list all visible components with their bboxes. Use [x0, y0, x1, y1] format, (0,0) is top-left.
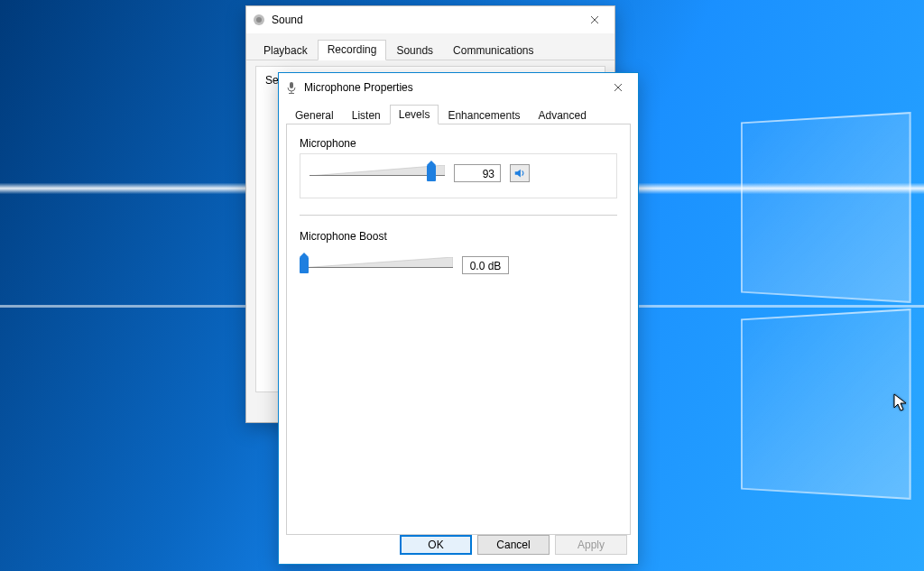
tab-enhancements[interactable]: Enhancements [439, 106, 529, 124]
tab-recording[interactable]: Recording [318, 40, 387, 60]
microphone-level-group: 93 [300, 153, 617, 198]
tab-communications[interactable]: Communications [443, 41, 543, 60]
apply-button: Apply [555, 535, 627, 555]
tab-sounds[interactable]: Sounds [386, 41, 443, 60]
svg-rect-4 [289, 93, 294, 94]
mic-title: Microphone Properties [304, 81, 598, 94]
section-divider [300, 215, 617, 216]
microphone-boost-group: 0.0 dB [300, 246, 617, 290]
cancel-button[interactable]: Cancel [477, 535, 550, 555]
boost-slider-thumb[interactable] [300, 257, 309, 273]
svg-rect-2 [290, 82, 293, 88]
mic-tabs: General Listen Levels Enhancements Advan… [286, 104, 631, 124]
wallpaper-pane [741, 309, 911, 500]
ok-button[interactable]: OK [400, 535, 472, 555]
sound-title: Sound [272, 14, 575, 26]
mic-titlebar[interactable]: Microphone Properties [279, 73, 638, 102]
microphone-boost-value[interactable]: 0.0 dB [462, 256, 509, 274]
microphone-section-label: Microphone [300, 137, 617, 150]
microphone-slider-thumb[interactable] [427, 165, 436, 181]
svg-point-1 [256, 17, 262, 23]
mic-close-button[interactable] [598, 74, 638, 101]
sound-titlebar-icon [252, 13, 266, 27]
tab-listen[interactable]: Listen [343, 106, 390, 124]
desktop-background: Sound Playback Recording Sounds Communic… [0, 0, 924, 571]
svg-rect-3 [291, 91, 292, 93]
sound-close-button[interactable] [575, 6, 614, 33]
wallpaper-pane [741, 112, 911, 303]
svg-marker-6 [515, 170, 521, 178]
microphone-icon [284, 80, 299, 95]
levels-tab-page: Microphone 93 [286, 124, 631, 535]
sound-tabs: Playback Recording Sounds Communications [246, 33, 614, 60]
dialog-button-row: OK Cancel Apply [400, 535, 627, 555]
microphone-boost-section-label: Microphone Boost [300, 230, 617, 243]
tab-advanced[interactable]: Advanced [529, 106, 595, 124]
sound-titlebar[interactable]: Sound [246, 6, 614, 33]
microphone-level-value[interactable]: 93 [454, 164, 501, 182]
tab-playback[interactable]: Playback [254, 41, 318, 60]
speaker-icon [513, 167, 526, 180]
tab-levels[interactable]: Levels [390, 105, 439, 124]
microphone-level-slider[interactable] [310, 161, 445, 185]
microphone-boost-slider[interactable] [300, 253, 453, 277]
microphone-properties-window: Microphone Properties General Listen Lev… [278, 72, 639, 565]
tab-general[interactable]: General [286, 106, 343, 124]
microphone-mute-button[interactable] [510, 164, 530, 182]
